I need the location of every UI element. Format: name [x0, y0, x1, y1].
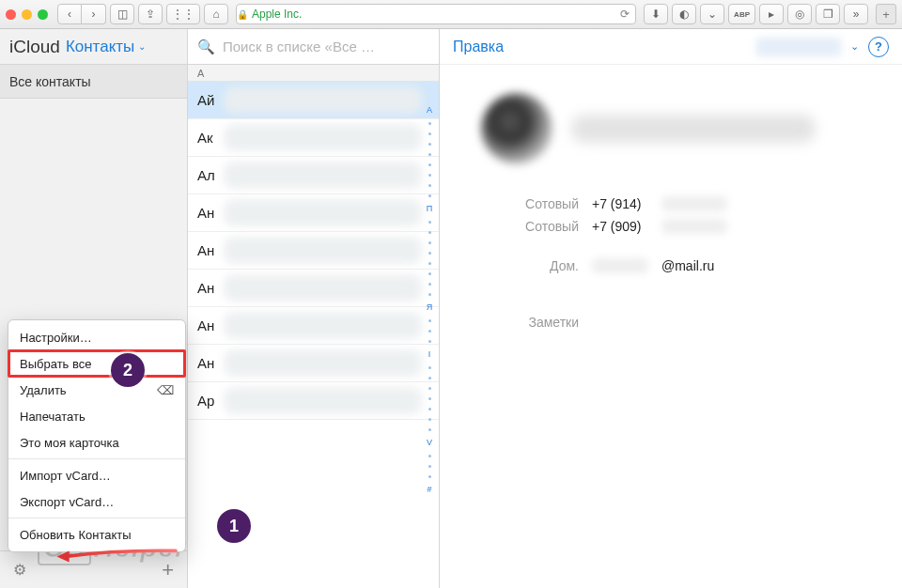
menu-export-vcard[interactable]: Экспорт vCard… [8, 488, 185, 515]
menu-refresh-contacts[interactable]: Обновить Контакты [8, 521, 185, 548]
group-label: Все контакты [9, 74, 91, 89]
gear-popup-menu: Настройки… Выбрать все Удалить ⌫ Напечат… [8, 319, 186, 552]
contact-prefix: Ай [197, 92, 214, 108]
index-letter[interactable]: I [428, 350, 431, 359]
extension-1[interactable]: ◐ [672, 4, 696, 24]
overflow-button[interactable]: » [844, 4, 868, 24]
list-section-header: А [188, 65, 439, 82]
contact-row[interactable]: Ан [188, 232, 439, 270]
window-controls [6, 9, 48, 20]
gear-icon[interactable]: ⚙ [13, 561, 26, 579]
search-placeholder: Поиск в списке «Все … [223, 39, 375, 54]
help-button[interactable]: ? [868, 37, 889, 57]
search-icon: 🔍 [197, 39, 215, 55]
menu-label: Настройки… [20, 331, 92, 345]
section-letter: А [197, 68, 204, 79]
add-contact-button[interactable]: + [162, 558, 174, 582]
redacted-name [224, 86, 422, 114]
index-letter[interactable]: V [427, 439, 432, 447]
contact-card: Сотовый +7 (914) Сотовый +7 (909) Дом. @… [440, 65, 902, 347]
zoom-window-icon[interactable] [38, 9, 48, 20]
downloads-button[interactable]: ⬇ [644, 4, 668, 24]
menu-label: Обновить Контакты [20, 528, 132, 542]
menu-delete[interactable]: Удалить ⌫ [8, 377, 185, 403]
minimize-window-icon[interactable] [22, 9, 32, 20]
contact-prefix: Ан [197, 280, 214, 296]
menu-select-all[interactable]: Выбрать все [8, 350, 185, 377]
share-button[interactable]: ⇪ [138, 4, 163, 24]
menu-my-card[interactable]: Это моя карточка [8, 429, 185, 456]
extension-4[interactable]: ◎ [787, 4, 812, 24]
section-dropdown[interactable]: Контакты ⌄ [66, 38, 146, 56]
contact-prefix: Ан [197, 205, 214, 221]
search-field[interactable]: 🔍 Поиск в списке «Все … [188, 29, 439, 65]
contacts-list-column: 🔍 Поиск в списке «Все … А Ай Ак Ал Ан Ан… [188, 29, 440, 588]
contact-row[interactable]: Ан [188, 307, 439, 345]
contact-prefix: Ан [197, 242, 214, 258]
sidebar-footer: ⚙ + [0, 550, 187, 588]
annotation-badge-2: 2 [111, 353, 145, 387]
contact-row[interactable]: Ан [188, 270, 439, 307]
contact-prefix: Ан [197, 355, 214, 371]
redacted-name [224, 124, 422, 151]
back-button[interactable]: ‹ [57, 4, 82, 24]
topsites-button[interactable]: ⋮⋮ [166, 4, 200, 24]
annotation-badge-1: 1 [217, 509, 251, 543]
index-letter[interactable]: А [427, 106, 432, 115]
extension-pocket[interactable]: ⌄ [700, 4, 724, 24]
new-tab-button[interactable]: + [876, 4, 896, 24]
menu-print[interactable]: Напечатать [8, 403, 185, 429]
redacted [661, 219, 727, 234]
phone-value[interactable]: +7 (914) [592, 196, 648, 211]
delete-key-icon: ⌫ [157, 383, 174, 397]
chevron-down-icon: ⌄ [138, 41, 146, 52]
menu-label: Удалить [20, 383, 67, 397]
field-label: Дом. [457, 258, 579, 273]
phone-row: Сотовый +7 (914) [457, 196, 885, 211]
contact-row[interactable]: Ай [188, 82, 439, 119]
redacted-name [224, 274, 422, 302]
contact-row[interactable]: Ар [188, 382, 439, 420]
email-domain[interactable]: @mail.ru [661, 258, 718, 273]
sidebar-toggle-button[interactable]: ◫ [110, 4, 134, 24]
contact-row[interactable]: Ал [188, 157, 439, 194]
tabs-button[interactable]: ❐ [816, 4, 840, 24]
field-label: Сотовый [457, 219, 579, 234]
extension-abp[interactable]: ABP [728, 4, 755, 24]
extension-play[interactable]: ▸ [759, 4, 784, 24]
home-button[interactable]: ⌂ [204, 4, 228, 24]
alpha-index[interactable]: А П Я I V # [423, 84, 436, 582]
section-label: Контакты [66, 38, 134, 56]
field-label: Сотовый [457, 196, 579, 211]
close-window-icon[interactable] [6, 9, 16, 20]
nav-buttons: ‹ › [57, 4, 106, 24]
menu-separator [8, 518, 185, 518]
contact-row[interactable]: Ан [188, 345, 439, 382]
index-letter[interactable]: # [427, 486, 431, 494]
contact-prefix: Ан [197, 317, 214, 333]
group-all-contacts[interactable]: Все контакты [0, 65, 187, 99]
index-letter[interactable]: П [427, 205, 432, 213]
menu-import-vcard[interactable]: Импорт vCard… [8, 462, 185, 488]
lock-icon: 🔒 [237, 9, 248, 20]
avatar [481, 93, 552, 164]
menu-label: Это моя карточка [20, 436, 119, 450]
phone-row: Сотовый +7 (909) [457, 219, 885, 234]
email-row: Дом. @mail.ru [457, 258, 885, 273]
phone-value[interactable]: +7 (909) [592, 219, 648, 234]
reload-button[interactable]: ⟳ [620, 8, 630, 21]
address-text: Apple Inc. [252, 8, 302, 21]
address-bar[interactable]: 🔒 Apple Inc. ⟳ [236, 4, 636, 24]
contact-row[interactable]: Ан [188, 194, 439, 232]
menu-label: Импорт vCard… [20, 469, 111, 483]
forward-button[interactable]: › [82, 4, 106, 24]
account-name-redacted[interactable] [756, 38, 841, 56]
menu-preferences[interactable]: Настройки… [8, 324, 185, 350]
index-letter[interactable]: Я [427, 303, 433, 312]
redacted-name [224, 387, 422, 414]
redacted [661, 196, 727, 211]
chevron-down-icon[interactable]: ⌄ [850, 40, 859, 53]
contact-detail-column: Правка ⌄ ? Сотовый +7 (914) Сотовый +7 (… [440, 29, 902, 588]
edit-button[interactable]: Правка [453, 39, 504, 55]
contact-row[interactable]: Ак [188, 119, 439, 157]
